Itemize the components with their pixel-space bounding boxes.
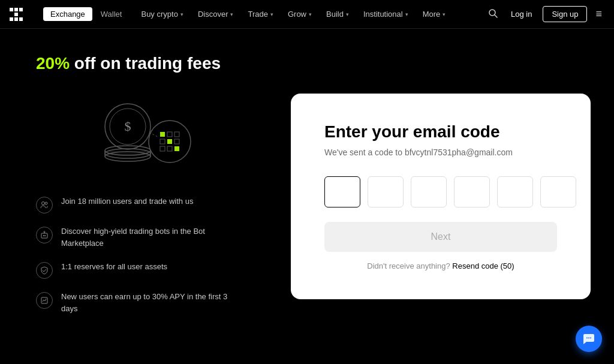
- tab-exchange[interactable]: Exchange: [43, 7, 92, 21]
- resend-text: Didn't receive anything? Resend code (50…: [324, 261, 557, 270]
- svg-point-31: [45, 202, 47, 204]
- code-input-5[interactable]: [497, 176, 533, 207]
- left-panel: 20% off on trading fees $: [0, 29, 267, 364]
- svg-rect-20: [160, 132, 165, 137]
- svg-rect-28: [174, 146, 179, 151]
- code-input-6[interactable]: [540, 176, 576, 207]
- search-button[interactable]: [486, 6, 500, 23]
- tab-wallet[interactable]: Wallet: [94, 7, 130, 21]
- email-code-card: Enter your email code We've sent a code …: [291, 94, 591, 299]
- next-button[interactable]: Next: [324, 222, 557, 252]
- chart-icon: [36, 292, 53, 309]
- svg-rect-32: [41, 233, 47, 238]
- bot-icon: [36, 227, 53, 243]
- resend-prefix: Didn't receive anything?: [367, 261, 450, 270]
- svg-rect-25: [174, 139, 179, 144]
- nav-buy-crypto[interactable]: Buy crypto ▾: [134, 0, 190, 29]
- svg-point-38: [586, 338, 588, 339]
- code-input-4[interactable]: [454, 176, 490, 207]
- svg-line-29: [149, 133, 158, 137]
- nav-discover[interactable]: Discover ▾: [191, 0, 241, 29]
- signup-button[interactable]: Sign up: [543, 6, 587, 22]
- chat-button[interactable]: [576, 326, 602, 352]
- chevron-down-icon: ▾: [230, 11, 233, 17]
- illustration: $: [74, 94, 206, 172]
- menu-button[interactable]: ≡: [593, 5, 604, 23]
- shield-icon: [36, 262, 53, 279]
- chevron-down-icon: ▾: [443, 11, 446, 17]
- headline-text: off on trading fees: [70, 54, 221, 73]
- nav-tabs: Exchange Wallet: [43, 7, 129, 21]
- chevron-down-icon: ▾: [270, 11, 273, 17]
- svg-rect-3: [14, 13, 18, 16]
- nav-build[interactable]: Build ▾: [319, 0, 356, 29]
- nav-more[interactable]: More ▾: [416, 0, 453, 29]
- right-panel: Enter your email code We've sent a code …: [267, 29, 614, 364]
- svg-rect-24: [167, 139, 172, 144]
- code-input-group: [324, 176, 557, 207]
- login-button[interactable]: Log in: [506, 7, 537, 21]
- code-input-1[interactable]: [324, 176, 360, 207]
- svg-point-40: [590, 338, 591, 339]
- feature-text: 1:1 reserves for all user assets: [61, 261, 167, 273]
- feature-item: 1:1 reserves for all user assets: [36, 261, 243, 279]
- chevron-down-icon: ▾: [405, 11, 408, 17]
- feature-text: Discover high-yield trading bots in the …: [61, 225, 243, 249]
- svg-text:$: $: [124, 119, 131, 134]
- svg-rect-27: [167, 146, 172, 151]
- svg-rect-26: [160, 146, 165, 151]
- svg-rect-33: [43, 235, 44, 236]
- svg-rect-0: [10, 8, 13, 11]
- code-input-3[interactable]: [411, 176, 447, 207]
- chevron-down-icon: ▾: [346, 11, 349, 17]
- svg-rect-5: [14, 17, 18, 21]
- headline: 20% off on trading fees: [36, 53, 243, 74]
- nav-items: Buy crypto ▾ Discover ▾ Trade ▾ Grow ▾ B…: [134, 0, 486, 29]
- nav-right: Log in Sign up ≡: [486, 5, 604, 23]
- svg-point-30: [42, 202, 45, 205]
- features-list: Join 18 million users and trade with us …: [36, 195, 243, 314]
- svg-rect-4: [10, 17, 13, 21]
- feature-item: Discover high-yield trading bots in the …: [36, 225, 243, 249]
- svg-rect-2: [19, 8, 23, 11]
- svg-rect-34: [45, 235, 46, 236]
- main-content: 20% off on trading fees $: [0, 29, 614, 364]
- svg-point-36: [44, 231, 45, 233]
- feature-item: New users can earn up to 30% APY in the …: [36, 291, 243, 314]
- logo[interactable]: [10, 8, 38, 21]
- feature-text: Join 18 million users and trade with us: [61, 195, 193, 207]
- svg-rect-6: [19, 17, 23, 21]
- svg-line-8: [495, 15, 497, 17]
- nav-grow[interactable]: Grow ▾: [281, 0, 319, 29]
- discount-percentage: 20%: [36, 54, 70, 73]
- code-input-2[interactable]: [368, 176, 404, 207]
- svg-rect-21: [167, 132, 172, 137]
- svg-point-39: [588, 338, 589, 339]
- feature-text: New users can earn up to 30% APY in the …: [61, 291, 243, 314]
- nav-trade[interactable]: Trade ▾: [240, 0, 280, 29]
- svg-rect-23: [160, 139, 165, 144]
- feature-item: Join 18 million users and trade with us: [36, 195, 243, 213]
- svg-rect-1: [14, 8, 18, 11]
- users-icon: [36, 197, 53, 213]
- chevron-down-icon: ▾: [180, 11, 183, 17]
- nav-institutional[interactable]: Institutional ▾: [356, 0, 416, 29]
- navbar: Exchange Wallet Buy crypto ▾ Discover ▾ …: [0, 0, 614, 29]
- card-subtitle: We've sent a code to bfvcytnl7531pha@gma…: [324, 148, 557, 157]
- resend-link[interactable]: Resend code (50): [452, 261, 514, 270]
- chevron-down-icon: ▾: [309, 11, 312, 17]
- svg-rect-22: [174, 132, 179, 137]
- card-title: Enter your email code: [324, 122, 557, 142]
